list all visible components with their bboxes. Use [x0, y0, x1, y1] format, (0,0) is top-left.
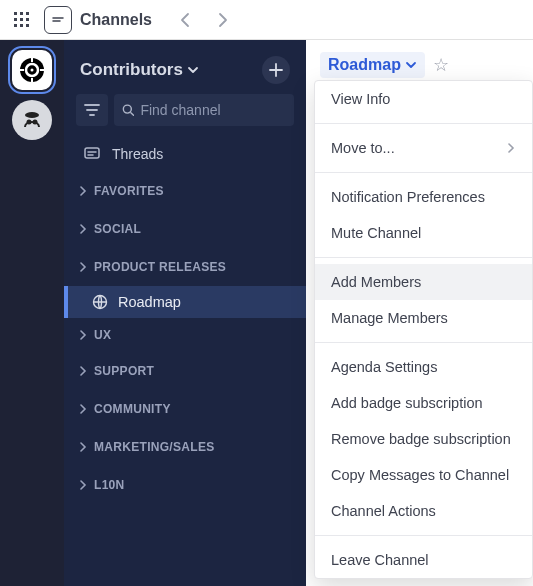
svg-rect-16	[85, 148, 99, 158]
menu-manage-members[interactable]: Manage Members	[315, 300, 532, 336]
menu-separator	[315, 535, 532, 536]
menu-remove-badge-subscription[interactable]: Remove badge subscription	[315, 421, 532, 457]
threads-label: Threads	[112, 146, 163, 162]
threads-link[interactable]: Threads	[64, 136, 306, 172]
topbar-title: Channels	[80, 11, 152, 29]
categories: FAVORITES SOCIAL PRODUCT RELEASES Roadma…	[64, 172, 306, 504]
threads-icon	[84, 147, 100, 161]
search-input[interactable]	[140, 102, 286, 118]
category-label: SOCIAL	[94, 222, 141, 236]
category-marketing-sales[interactable]: MARKETING/SALES	[64, 428, 306, 466]
menu-add-badge-subscription[interactable]: Add badge subscription	[315, 385, 532, 421]
chevron-down-icon	[405, 59, 417, 71]
menu-item-label: Manage Members	[331, 310, 448, 326]
globe-icon	[92, 294, 108, 310]
add-button[interactable]	[262, 56, 290, 84]
topbar: Channels	[0, 0, 533, 40]
menu-item-label: Move to...	[331, 140, 395, 156]
menu-move-to[interactable]: Move to...	[315, 130, 532, 166]
chevron-right-icon	[78, 404, 88, 414]
menu-item-label: Channel Actions	[331, 503, 436, 519]
svg-rect-0	[14, 12, 17, 15]
category-label: FAVORITES	[94, 184, 164, 198]
category-label: COMMUNITY	[94, 402, 171, 416]
menu-channel-actions[interactable]: Channel Actions	[315, 493, 532, 529]
category-ux[interactable]: UX	[64, 318, 306, 352]
channel-name-text: Roadmap	[328, 56, 401, 74]
menu-notification-preferences[interactable]: Notification Preferences	[315, 179, 532, 215]
svg-rect-5	[26, 18, 29, 21]
svg-point-12	[25, 112, 39, 118]
category-l10n[interactable]: L10N	[64, 466, 306, 504]
menu-copy-messages[interactable]: Copy Messages to Channel	[315, 457, 532, 493]
category-label: UX	[94, 328, 111, 342]
chevron-right-icon	[78, 262, 88, 272]
sidebar-title[interactable]: Contributors	[80, 60, 199, 80]
category-label: L10N	[94, 478, 125, 492]
channel-roadmap[interactable]: Roadmap	[64, 286, 306, 318]
menu-mute-channel[interactable]: Mute Channel	[315, 215, 532, 251]
category-community[interactable]: COMMUNITY	[64, 390, 306, 428]
menu-item-label: Remove badge subscription	[331, 431, 511, 447]
svg-rect-6	[14, 24, 17, 27]
menu-item-label: View Info	[331, 91, 390, 107]
category-label: MARKETING/SALES	[94, 440, 215, 454]
svg-rect-3	[14, 18, 17, 21]
channel-name-chip[interactable]: Roadmap	[320, 52, 425, 78]
menu-add-members[interactable]: Add Members	[315, 264, 532, 300]
sidebar-search-row	[64, 94, 306, 136]
category-support[interactable]: SUPPORT	[64, 352, 306, 390]
main-layout: Contributors Threads FAVORITES	[0, 40, 533, 586]
channel-label: Roadmap	[118, 294, 181, 310]
team-rail	[0, 40, 64, 586]
menu-item-label: Notification Preferences	[331, 189, 485, 205]
svg-rect-8	[26, 24, 29, 27]
chevron-right-icon	[78, 442, 88, 452]
chevron-down-icon	[187, 64, 199, 76]
category-label: SUPPORT	[94, 364, 154, 378]
category-label: PRODUCT RELEASES	[94, 260, 226, 274]
category-product-releases[interactable]: PRODUCT RELEASES	[64, 248, 306, 286]
menu-separator	[315, 123, 532, 124]
menu-view-info[interactable]: View Info	[315, 81, 532, 117]
channel-dropdown: View Info Move to... Notification Prefer…	[314, 80, 533, 579]
svg-rect-2	[26, 12, 29, 15]
menu-item-label: Mute Channel	[331, 225, 421, 241]
grid-icon[interactable]	[8, 6, 36, 34]
menu-agenda-settings[interactable]: Agenda Settings	[315, 349, 532, 385]
svg-rect-1	[20, 12, 23, 15]
category-favorites[interactable]: FAVORITES	[64, 172, 306, 210]
search-icon	[122, 103, 134, 117]
star-icon[interactable]: ☆	[433, 54, 449, 76]
category-social[interactable]: SOCIAL	[64, 210, 306, 248]
sidebar: Contributors Threads FAVORITES	[64, 40, 306, 586]
menu-leave-channel[interactable]: Leave Channel	[315, 542, 532, 578]
sidebar-title-text: Contributors	[80, 60, 183, 80]
forward-button[interactable]	[208, 6, 236, 34]
channels-icon[interactable]	[44, 6, 72, 34]
chevron-right-icon	[78, 330, 88, 340]
svg-rect-7	[20, 24, 23, 27]
svg-point-15	[123, 105, 131, 113]
menu-item-label: Add badge subscription	[331, 395, 483, 411]
menu-item-label: Agenda Settings	[331, 359, 437, 375]
workspace-icon-1[interactable]	[12, 50, 52, 90]
menu-separator	[315, 257, 532, 258]
chevron-right-icon	[78, 186, 88, 196]
menu-item-label: Leave Channel	[331, 552, 429, 568]
menu-separator	[315, 342, 532, 343]
search-box[interactable]	[114, 94, 294, 126]
filter-button[interactable]	[76, 94, 108, 126]
menu-item-label: Add Members	[331, 274, 421, 290]
svg-point-11	[31, 69, 34, 72]
chevron-right-icon	[78, 366, 88, 376]
svg-rect-4	[20, 18, 23, 21]
sidebar-header: Contributors	[64, 40, 306, 94]
workspace-icon-2[interactable]	[12, 100, 52, 140]
menu-separator	[315, 172, 532, 173]
menu-item-label: Copy Messages to Channel	[331, 467, 509, 483]
back-button[interactable]	[172, 6, 200, 34]
chevron-right-icon	[506, 143, 516, 153]
chevron-right-icon	[78, 224, 88, 234]
content-area: Roadmap ☆ View Info Move to... Notificat…	[306, 40, 533, 586]
